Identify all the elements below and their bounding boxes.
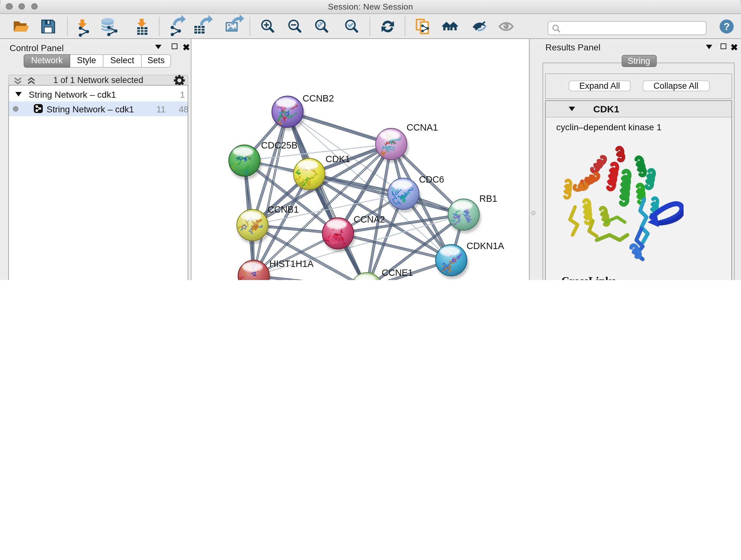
svg-text:CCNE1: CCNE1	[382, 267, 413, 278]
svg-text:CCNB1: CCNB1	[267, 204, 299, 214]
svg-text:CCNA2: CCNA2	[354, 214, 385, 225]
svg-text:CCNB2: CCNB2	[302, 93, 334, 104]
svg-text:CDC6: CDC6	[419, 174, 444, 185]
svg-text:HIST1H1A: HIST1H1A	[269, 259, 314, 269]
svg-text:CDK1: CDK1	[326, 154, 350, 164]
svg-text:RB1: RB1	[479, 193, 497, 204]
svg-text:CDKN1A: CDKN1A	[467, 241, 504, 251]
svg-text:CDC25B: CDC25B	[261, 140, 297, 150]
svg-text:?: ?	[724, 21, 730, 32]
svg-text:CCNA1: CCNA1	[407, 122, 438, 132]
